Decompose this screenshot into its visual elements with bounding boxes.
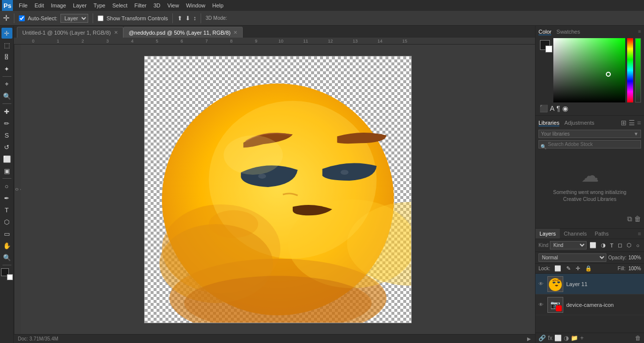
align-bottom-icon[interactable]: ↕ bbox=[193, 15, 196, 22]
healing-tool[interactable]: ✚ bbox=[1, 106, 12, 117]
layer-item-1[interactable]: 👁 📷 device-camera-icon bbox=[536, 294, 644, 315]
add-mask-btn[interactable]: ⬜ bbox=[554, 335, 562, 342]
tab-paths[interactable]: Paths bbox=[591, 229, 613, 239]
align-middle-icon[interactable]: ⬇ bbox=[185, 15, 190, 22]
menu-view[interactable]: View bbox=[164, 1, 182, 9]
hand-tool[interactable]: ✋ bbox=[1, 240, 12, 251]
tab-libraries[interactable]: Libraries bbox=[538, 120, 559, 126]
layer-visibility-1[interactable]: 👁 bbox=[538, 302, 543, 307]
move-tool-icon[interactable]: ✛ bbox=[3, 13, 9, 23]
menu-type[interactable]: Type bbox=[91, 1, 108, 9]
right-panel: Color Swatches ≡ bbox=[535, 26, 644, 343]
color-tab-color[interactable]: Color bbox=[538, 29, 551, 35]
blend-mode-dropdown[interactable]: Normal bbox=[538, 253, 606, 262]
layer-visibility-0[interactable]: 👁 bbox=[538, 281, 543, 287]
fill-value[interactable]: 100% bbox=[628, 266, 641, 271]
history-brush-tool[interactable]: ↺ bbox=[1, 142, 12, 152]
menu-help[interactable]: Help bbox=[210, 1, 227, 9]
color-gradient-container[interactable] bbox=[553, 38, 625, 102]
tab-untitled[interactable]: Untitled-1 @ 100% (Layer 1, RGB/8) ✕ bbox=[17, 27, 123, 38]
gradient-tool[interactable]: ▣ bbox=[1, 165, 12, 176]
lock-position-btn[interactable]: ✎ bbox=[565, 265, 572, 272]
shape-tool[interactable]: ▭ bbox=[1, 228, 12, 239]
layers-panel-menu[interactable]: ≡ bbox=[635, 229, 644, 239]
tool-sep-3 bbox=[2, 178, 11, 179]
lasso-tool[interactable]: 〿 bbox=[1, 51, 12, 62]
clone-tool[interactable]: S bbox=[1, 130, 12, 141]
path-select-tool[interactable]: ⬡ bbox=[1, 216, 12, 227]
fg-bg-swatches[interactable] bbox=[538, 38, 551, 102]
color-tab-swatches[interactable]: Swatches bbox=[556, 29, 580, 35]
alpha-strip[interactable] bbox=[635, 38, 641, 102]
menu-layer[interactable]: Layer bbox=[70, 1, 90, 9]
libraries-link-icon[interactable]: ⧉ bbox=[627, 215, 632, 223]
add-fx-btn[interactable]: fx bbox=[548, 335, 552, 342]
library-search-input[interactable] bbox=[538, 140, 641, 148]
menu-window[interactable]: Window bbox=[183, 1, 208, 9]
color-sat-bright[interactable] bbox=[553, 38, 625, 102]
tab-adjustments[interactable]: Adjustments bbox=[564, 120, 594, 126]
eraser-tool[interactable]: ⬜ bbox=[1, 153, 12, 164]
library-dropdown[interactable]: Your libraries ▼ bbox=[538, 130, 641, 138]
transform-controls-checkbox[interactable] bbox=[98, 15, 104, 21]
layers-panel: Layers Channels Paths ≡ Kind Kind ⬜ ◑ T … bbox=[536, 229, 644, 343]
brush-tool[interactable]: ✏ bbox=[1, 118, 12, 129]
quick-select-tool[interactable]: ✦ bbox=[1, 63, 12, 74]
kind-filter-dropdown[interactable]: Kind bbox=[550, 241, 587, 249]
add-folder-btn[interactable]: 📁 bbox=[571, 335, 578, 342]
tab-untitled-close[interactable]: ✕ bbox=[114, 30, 118, 35]
foreground-background-colors[interactable] bbox=[1, 268, 13, 280]
pen-tool[interactable]: ✒ bbox=[1, 193, 12, 203]
zoom-tool[interactable]: 🔍 bbox=[1, 252, 12, 263]
list-view-icon[interactable]: ☰ bbox=[629, 119, 635, 127]
libraries-add-icon[interactable]: 🗑 bbox=[634, 215, 641, 223]
color-tool-icon-3[interactable]: ¶ bbox=[556, 104, 560, 112]
lock-pixels-btn[interactable]: ⬜ bbox=[553, 265, 562, 272]
smart-filter-btn[interactable]: ⬡ bbox=[625, 242, 633, 249]
menu-image[interactable]: Image bbox=[48, 1, 69, 9]
tab-neddydo-close[interactable]: ✕ bbox=[233, 30, 237, 35]
color-tool-icon-4[interactable]: ◉ bbox=[562, 104, 568, 112]
menu-file[interactable]: File bbox=[16, 1, 31, 9]
color-tool-icon-2[interactable]: A bbox=[550, 104, 554, 112]
grid-view-icon[interactable]: ⊞ bbox=[621, 119, 627, 127]
menu-edit[interactable]: Edit bbox=[32, 1, 47, 9]
menu-filter[interactable]: Filter bbox=[131, 1, 149, 9]
background-swatch[interactable] bbox=[545, 46, 552, 52]
adjust-filter-btn[interactable]: ◑ bbox=[599, 242, 607, 249]
lock-all-btn[interactable]: 🔒 bbox=[584, 265, 593, 272]
add-link-btn[interactable]: 🔗 bbox=[538, 335, 546, 342]
tab-layers[interactable]: Layers bbox=[536, 229, 560, 239]
color-panel-menu[interactable]: ≡ bbox=[638, 29, 641, 35]
menu-3d[interactable]: 3D bbox=[151, 1, 163, 9]
opacity-value[interactable]: 100% bbox=[628, 255, 641, 260]
eyedropper-tool[interactable]: 🔍 bbox=[1, 91, 12, 101]
add-adjustment-btn[interactable]: ◑ bbox=[564, 335, 569, 342]
tab-neddydo[interactable]: @neddydo.psd @ 50% (Layer 11, RGB/8) ✕ bbox=[123, 27, 243, 38]
foreground-swatch[interactable] bbox=[540, 40, 550, 50]
hue-strip[interactable] bbox=[627, 38, 633, 102]
libraries-menu-icon[interactable]: ≡ bbox=[637, 119, 641, 127]
filter-toggle-btn[interactable]: ○ bbox=[635, 242, 641, 249]
auto-select-dropdown[interactable]: Layer bbox=[60, 14, 88, 23]
lock-artboard-btn[interactable]: ✛ bbox=[575, 265, 581, 272]
color-panel: Color Swatches ≡ bbox=[536, 26, 644, 116]
type-tool[interactable]: T bbox=[1, 204, 12, 215]
shape-filter-btn[interactable]: ◻ bbox=[616, 242, 624, 249]
auto-select-checkbox[interactable] bbox=[19, 15, 25, 21]
auto-select-label: Auto-Select: bbox=[28, 15, 57, 21]
type-filter-btn[interactable]: T bbox=[609, 242, 615, 249]
status-arrow[interactable]: ▶ bbox=[527, 336, 531, 342]
move-tool[interactable]: ✛ bbox=[1, 28, 12, 39]
align-top-icon[interactable]: ⬆ bbox=[177, 15, 182, 22]
add-layer-btn[interactable]: + bbox=[580, 335, 584, 342]
tab-channels[interactable]: Channels bbox=[560, 229, 590, 239]
color-tool-icon-1[interactable]: ⬛ bbox=[539, 104, 548, 112]
menu-select[interactable]: Select bbox=[109, 1, 131, 9]
selection-tool[interactable]: ⬚ bbox=[1, 40, 12, 50]
pixel-filter-btn[interactable]: ⬜ bbox=[588, 242, 598, 249]
crop-tool[interactable]: ⌖ bbox=[1, 79, 12, 90]
delete-layer-btn[interactable]: 🗑 bbox=[635, 335, 641, 342]
layer-item-0[interactable]: 👁 Layer 11 bbox=[536, 274, 644, 294]
dodge-tool[interactable]: ○ bbox=[1, 181, 12, 192]
